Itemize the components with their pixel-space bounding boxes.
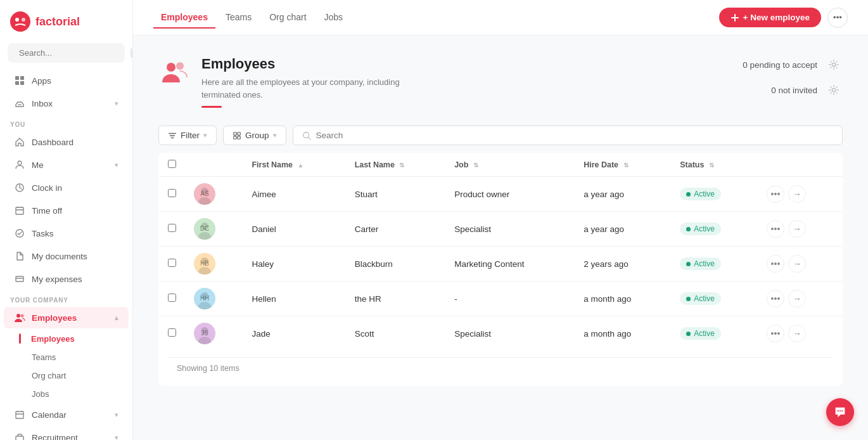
svg-rect-26: [234, 136, 236, 138]
sidebar-dashboard-label: Dashboard: [32, 138, 73, 147]
group-button[interactable]: Group ▾: [223, 126, 286, 145]
badge-dot: [686, 192, 691, 197]
row-navigate-button[interactable]: →: [788, 290, 806, 307]
first-name-cell: Aimee: [243, 177, 345, 212]
status-badge: Active: [680, 223, 721, 235]
sidebar-item-my-expenses[interactable]: My expenses: [4, 268, 129, 290]
col-job[interactable]: Job ⇅: [445, 153, 575, 177]
pending-label: 0 pending to accept: [743, 60, 817, 70]
sidebar-item-dashboard[interactable]: Dashboard: [4, 131, 129, 153]
col-hire-date[interactable]: Hire Date ⇅: [575, 153, 671, 177]
sidebar-sub-teams-label: Teams: [32, 353, 56, 362]
row-navigate-button[interactable]: →: [788, 325, 806, 342]
sidebar-myexpenses-label: My expenses: [32, 275, 82, 284]
table-header-row: First Name ▲ Last Name ⇅ Job ⇅ Hire Da: [159, 153, 843, 177]
row-checkbox[interactable]: [168, 189, 176, 197]
tab-employees[interactable]: Employees: [153, 7, 215, 29]
col-first-name[interactable]: First Name ▲: [243, 153, 345, 177]
sidebar-item-recruitment[interactable]: Recruitment ▾: [4, 427, 129, 440]
job-cell: Product owner: [445, 177, 575, 212]
row-checkbox[interactable]: [168, 224, 176, 232]
table-toolbar: Filter ▾ Group ▾: [158, 126, 843, 145]
page-title: Employees: [201, 56, 404, 72]
row-checkbox[interactable]: [168, 328, 176, 337]
row-more-button[interactable]: •••: [767, 220, 784, 238]
row-navigate-button[interactable]: →: [788, 220, 806, 238]
sidebar-sub-jobs-label: Jobs: [32, 389, 49, 399]
table-search[interactable]: [293, 126, 843, 145]
badge-dot: [686, 227, 691, 231]
top-navigation: Employees Teams Org chart Jobs + New emp…: [133, 0, 868, 36]
svg-point-49: [838, 410, 839, 411]
row-checkbox[interactable]: [168, 259, 176, 267]
stat-pending: 0 pending to accept: [743, 56, 843, 74]
employees-icon: [160, 57, 190, 87]
row-more-button[interactable]: •••: [767, 185, 784, 203]
row-more-button[interactable]: •••: [767, 255, 784, 273]
svg-rect-7: [20, 81, 24, 85]
svg-point-8: [18, 161, 22, 165]
status-badge: Active: [680, 257, 721, 270]
main-area: Employees Teams Org chart Jobs + New emp…: [133, 0, 868, 440]
briefcase-icon: [14, 432, 25, 440]
sidebar-item-timeoff[interactable]: Time off: [4, 200, 129, 221]
svg-rect-24: [234, 132, 236, 134]
sidebar-item-calendar[interactable]: Calendar ▾: [4, 404, 129, 425]
tab-teams[interactable]: Teams: [218, 7, 259, 29]
row-more-button[interactable]: •••: [767, 290, 784, 307]
sidebar-item-inbox[interactable]: Inbox ▾: [4, 93, 129, 114]
tab-org-chart[interactable]: Org chart: [262, 7, 314, 29]
logo[interactable]: factorial: [0, 0, 132, 43]
table-row: HH Hellen the HR - a month ago Active ••…: [159, 281, 843, 316]
tab-jobs[interactable]: Jobs: [317, 7, 351, 29]
not-invited-gear-button[interactable]: [825, 81, 843, 99]
hire-date-cell: a year ago: [575, 212, 671, 247]
row-actions: ••• →: [767, 325, 833, 342]
sidebar-item-me[interactable]: Me ▾: [4, 154, 129, 176]
last-name-cell: Scott: [346, 316, 445, 351]
recruitment-chevron: ▾: [115, 434, 118, 441]
sidebar-item-apps[interactable]: Apps: [4, 70, 129, 91]
sidebar-sub-item-jobs[interactable]: Jobs: [4, 385, 129, 403]
select-all-checkbox[interactable]: [168, 160, 176, 168]
row-checkbox-cell: [159, 281, 186, 316]
more-options-button[interactable]: •••: [827, 8, 848, 28]
search-bar[interactable]: ⌘K: [8, 43, 125, 63]
row-checkbox[interactable]: [168, 294, 176, 302]
last-name-cell: Blackburn: [346, 247, 445, 281]
row-checkbox-cell: [159, 212, 186, 247]
sidebar-item-employees[interactable]: Employees ▴: [4, 307, 129, 328]
sidebar-item-clock-in[interactable]: Clock in: [4, 177, 129, 198]
status-cell: Active: [671, 177, 758, 212]
badge-dot: [686, 332, 691, 336]
filter-icon: [168, 131, 177, 140]
col-status[interactable]: Status ⇅: [671, 153, 758, 177]
svg-point-51: [841, 410, 843, 411]
status-badge: Active: [680, 327, 721, 340]
filter-button[interactable]: Filter ▾: [158, 126, 217, 145]
actions-cell: ••• →: [758, 316, 843, 351]
sidebar-sub-item-org-chart[interactable]: Org chart: [4, 367, 129, 384]
row-actions: ••• →: [767, 185, 833, 203]
row-navigate-button[interactable]: →: [788, 185, 806, 203]
new-employee-button[interactable]: + New employee: [719, 8, 821, 27]
sidebar-sub-employees-label: Employees: [31, 334, 75, 344]
row-more-button[interactable]: •••: [767, 325, 784, 342]
svg-point-0: [10, 11, 30, 32]
pending-gear-button[interactable]: [825, 56, 843, 74]
sidebar-sub-orgchart-label: Org chart: [32, 371, 66, 380]
sidebar-sub-item-teams[interactable]: Teams: [4, 349, 129, 366]
status-cell: Active: [671, 281, 758, 316]
you-section-label: YOU: [0, 115, 132, 131]
sidebar-sub-item-employees[interactable]: Employees: [4, 330, 129, 347]
hire-date-cell: a month ago: [575, 316, 671, 351]
sidebar-item-tasks[interactable]: Tasks: [4, 223, 129, 244]
col-last-name[interactable]: Last Name ⇅: [346, 153, 445, 177]
chat-bubble-button[interactable]: [826, 398, 854, 426]
row-navigate-button[interactable]: →: [788, 255, 806, 273]
table-search-input[interactable]: [316, 131, 833, 140]
job-cell: Specialist: [445, 212, 575, 247]
search-input[interactable]: [19, 48, 125, 58]
sidebar-item-my-documents[interactable]: My documents: [4, 245, 129, 267]
svg-rect-12: [16, 276, 23, 281]
